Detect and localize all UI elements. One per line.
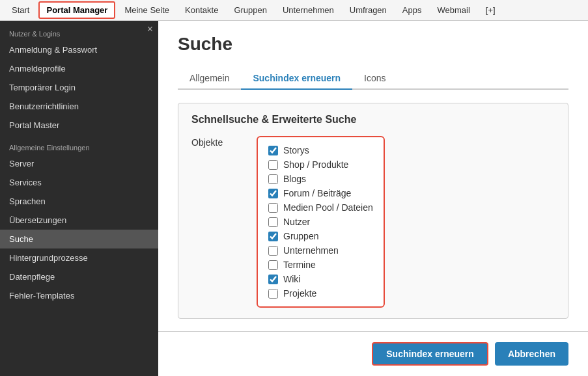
- sidebar-item-temporrer-login[interactable]: Temporärer Login: [0, 78, 158, 97]
- top-nav-item-start[interactable]: Start: [5, 3, 36, 18]
- checkbox-medien-pool--dateien[interactable]: [268, 203, 278, 213]
- checkbox-gruppen[interactable]: [268, 232, 278, 241]
- suchindex-erneuern-button[interactable]: Suchindex erneuern: [372, 342, 488, 366]
- checkbox-blogs[interactable]: [268, 174, 278, 184]
- sidebar-item-benutzerrichtlinien[interactable]: Benutzerrichtlinien: [0, 97, 158, 116]
- checkbox-label: Termine: [283, 260, 316, 270]
- sidebar-item-sprachen[interactable]: Sprachen: [0, 192, 158, 211]
- sidebar-section-title: Allgemeine Einstellungen: [0, 135, 158, 154]
- checkbox-forum--beitrge[interactable]: [268, 189, 278, 198]
- main-layout: × Nutzer & LoginsAnmeldung & PasswortAnm…: [0, 21, 588, 376]
- list-item[interactable]: Gruppen: [268, 231, 373, 241]
- sidebar: × Nutzer & LoginsAnmeldung & PasswortAnm…: [0, 21, 158, 376]
- list-item[interactable]: Forum / Beiträge: [268, 188, 373, 198]
- top-navigation: StartPortal ManagerMeine SeiteKontakteGr…: [0, 0, 588, 21]
- tab-bar: AllgemeinSuchindex erneuernIcons: [178, 68, 568, 90]
- checkbox-nutzer[interactable]: [268, 217, 278, 227]
- sidebar-item-anmeldeprofile[interactable]: Anmeldeprofile: [0, 59, 158, 78]
- checkbox-label: Forum / Beiträge: [283, 188, 351, 198]
- main-content: Suche AllgemeinSuchindex erneuernIcons S…: [158, 21, 588, 331]
- checkbox-group: StorysShop / ProdukteBlogsForum / Beiträ…: [257, 136, 385, 308]
- checkbox-label: Storys: [283, 145, 309, 155]
- top-nav-item-gruppen[interactable]: Gruppen: [227, 3, 273, 18]
- top-nav-item-webmail[interactable]: Webmail: [430, 3, 476, 18]
- top-nav-item-kontakte[interactable]: Kontakte: [178, 3, 225, 18]
- sidebar-item-datenpflege[interactable]: Datenpflege: [0, 267, 158, 286]
- tab-suchindex-erneuern[interactable]: Suchindex erneuern: [241, 68, 352, 90]
- sidebar-item-server[interactable]: Server: [0, 154, 158, 173]
- field-label: Objekte: [191, 136, 244, 148]
- list-item[interactable]: Blogs: [268, 174, 373, 184]
- sidebar-item-suche[interactable]: Suche: [0, 230, 158, 248]
- list-item[interactable]: Medien Pool / Dateien: [268, 202, 373, 213]
- section-box: Schnellsuche & Erweiterte Suche Objekte …: [178, 103, 568, 319]
- top-nav-item-apps[interactable]: Apps: [396, 3, 428, 18]
- section-title: Schnellsuche & Erweiterte Suche: [191, 114, 555, 126]
- sidebar-section-title: Nutzer & Logins: [0, 21, 158, 40]
- list-item[interactable]: Termine: [268, 260, 373, 270]
- tab-allgemein[interactable]: Allgemein: [178, 68, 241, 90]
- bottom-bar: Suchindex erneuern Abbrechen: [158, 331, 588, 376]
- form-row: Objekte StorysShop / ProdukteBlogsForum …: [191, 136, 555, 308]
- sidebar-item-hintergrundprozesse[interactable]: Hintergrundprozesse: [0, 248, 158, 267]
- list-item[interactable]: Nutzer: [268, 217, 373, 227]
- checkbox-unternehmen[interactable]: [268, 246, 278, 256]
- checkbox-shop--produkte[interactable]: [268, 160, 278, 170]
- sidebar-item-anmeldung--passwort[interactable]: Anmeldung & Passwort: [0, 40, 158, 59]
- top-nav-item-portal-manager[interactable]: Portal Manager: [38, 1, 115, 19]
- top-nav-item-unternehmen[interactable]: Unternehmen: [276, 3, 341, 18]
- checkbox-storys[interactable]: [268, 146, 278, 155]
- abbrechen-button[interactable]: Abbrechen: [495, 342, 568, 366]
- list-item[interactable]: Wiki: [268, 274, 373, 284]
- sidebar-item-services[interactable]: Services: [0, 173, 158, 192]
- top-nav-item-meine-seite[interactable]: Meine Seite: [118, 3, 176, 18]
- list-item[interactable]: Unternehmen: [268, 245, 373, 256]
- list-item[interactable]: Storys: [268, 145, 373, 155]
- list-item[interactable]: Projekte: [268, 288, 373, 299]
- checkbox-label: Gruppen: [283, 231, 318, 241]
- checkbox-label: Projekte: [283, 288, 316, 299]
- close-icon[interactable]: ×: [147, 23, 153, 35]
- checkbox-label: Medien Pool / Dateien: [283, 202, 373, 213]
- page-title: Suche: [178, 34, 568, 55]
- checkbox-label: Wiki: [283, 274, 300, 284]
- tab-icons[interactable]: Icons: [352, 68, 397, 90]
- list-item[interactable]: Shop / Produkte: [268, 159, 373, 170]
- checkbox-projekte[interactable]: [268, 289, 278, 299]
- sidebar-item-bersetzungen[interactable]: Übersetzungen: [0, 211, 158, 230]
- sidebar-item-portal-master[interactable]: Portal Master: [0, 116, 158, 135]
- checkbox-label: Nutzer: [283, 217, 310, 227]
- top-nav-item-[+][interactable]: [+]: [479, 3, 502, 18]
- top-nav-item-umfragen[interactable]: Umfragen: [343, 3, 393, 18]
- sidebar-item-fehler-templates[interactable]: Fehler-Templates: [0, 286, 158, 305]
- checkbox-label: Shop / Produkte: [283, 159, 348, 170]
- checkbox-label: Unternehmen: [283, 245, 339, 256]
- checkbox-wiki[interactable]: [268, 275, 278, 284]
- checkbox-label: Blogs: [283, 174, 306, 184]
- checkbox-termine[interactable]: [268, 260, 278, 270]
